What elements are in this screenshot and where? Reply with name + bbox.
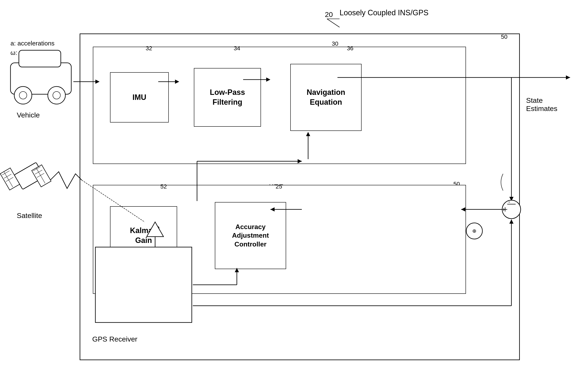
number-50: 50 (501, 33, 508, 40)
nav-number: 36 (347, 45, 353, 52)
kf1-label: KF 1 (138, 288, 154, 298)
sum-symbol: ⊕ (472, 228, 477, 234)
ins-box: 32 IMU 34 Low-Pass Filtering 36 Navigati… (93, 47, 466, 164)
imu-box: IMU (110, 72, 169, 122)
aac-box: Accuracy Adjustment Controller (215, 202, 286, 269)
lpf-label: Low-Pass Filtering (210, 88, 245, 107)
ins-number: 30 (332, 40, 338, 47)
svg-rect-44 (0, 168, 20, 190)
accel-label: a: accelerations (11, 40, 54, 47)
svg-line-48 (4, 172, 13, 187)
angular-label: ω: angular rates (11, 49, 56, 56)
kalman-gain-box: Kalman Gain (110, 206, 177, 265)
kf1-box-number: 42 (106, 247, 112, 254)
svg-line-51 (35, 170, 42, 174)
signal-label: a, ω (53, 71, 66, 79)
lpf-box: Low-Pass Filtering (194, 68, 261, 127)
svg-line-45 (2, 171, 9, 175)
kf1-box: KF 1 (116, 268, 175, 318)
svg-point-5 (19, 91, 27, 99)
svg-rect-49 (32, 165, 51, 187)
nav-eq-box: Navigation Equation (290, 64, 362, 131)
svg-line-50 (33, 167, 40, 171)
svg-line-53 (36, 168, 45, 183)
sum-junction: ⊕ (466, 223, 483, 239)
system-title-label: Loosely Coupled INS/GPS (340, 8, 429, 17)
svg-rect-43 (14, 162, 45, 189)
imu-label: IMU (132, 92, 146, 102)
svg-line-0 (327, 19, 340, 27)
state-estimates-label: State Estimates (526, 96, 572, 113)
aac-label: Accuracy Adjustment Controller (232, 223, 269, 249)
aac-number: 25 (276, 183, 282, 190)
nav-eq-label: Navigation Equation (307, 88, 345, 107)
satellite-label: Satellite (17, 211, 42, 220)
svg-marker-15 (566, 75, 570, 80)
svg-point-6 (48, 87, 65, 104)
system-number-label: 20 (325, 11, 333, 19)
svg-line-47 (6, 177, 13, 181)
vehicle-label: Vehicle (17, 111, 40, 119)
svg-point-7 (53, 91, 60, 99)
gps-receiver-number: 40 (153, 225, 159, 232)
imu-number: 32 (146, 45, 152, 52)
lpf-number: 34 (234, 45, 240, 52)
svg-point-4 (14, 87, 32, 104)
gps-receiver-label: GPS Receiver (92, 335, 137, 343)
svg-line-52 (37, 173, 44, 178)
kg-number: 52 (160, 183, 167, 190)
diagram: 20 Loosely Coupled INS/GPS 30 INS 32 IMU… (0, 0, 572, 392)
svg-line-46 (4, 174, 11, 178)
